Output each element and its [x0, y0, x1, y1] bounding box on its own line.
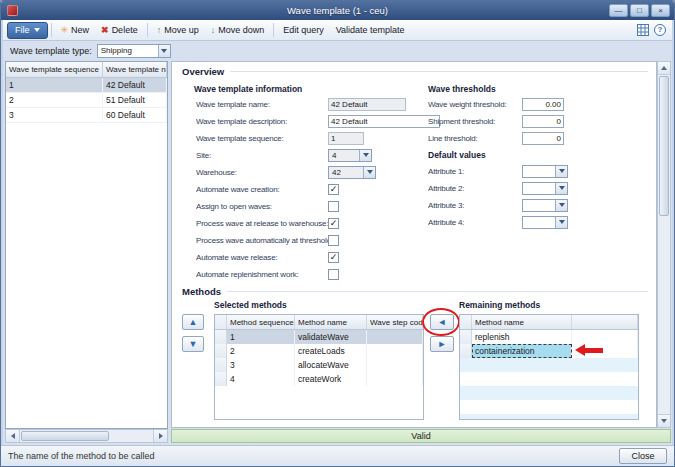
table-row[interactable]: 4 createWork — [215, 372, 423, 386]
table-row[interactable]: containerization — [460, 344, 638, 358]
grid-header-row: Method name — [460, 315, 638, 330]
column-header[interactable]: Method sequence — [227, 315, 295, 329]
scroll-up-icon[interactable] — [658, 62, 670, 75]
wave-weight-threshold-input[interactable]: 0.00 — [522, 98, 564, 111]
row-selector — [215, 344, 227, 358]
process-wave-at-release-checkbox[interactable]: ✓ — [328, 218, 339, 229]
automate-replenishment-work-checkbox[interactable] — [328, 269, 339, 280]
line-threshold-input[interactable]: 0 — [522, 132, 564, 145]
detail-panel: Overview Wave template information Wave … — [171, 61, 671, 443]
attribute-1-combo[interactable] — [522, 165, 568, 178]
chevron-down-icon[interactable] — [555, 200, 567, 211]
automate-wave-creation-checkbox[interactable]: ✓ — [328, 184, 339, 195]
chevron-down-icon[interactable] — [158, 45, 170, 57]
site-combo[interactable]: 4 — [328, 149, 372, 162]
remaining-methods-label: Remaining methods — [459, 300, 540, 310]
wave-template-window: Wave template (1 - ceu) — □ × File ✳ New… — [0, 0, 675, 467]
scroll-right-icon[interactable] — [153, 430, 167, 442]
grid-view-icon[interactable] — [637, 24, 649, 36]
field-label: Wave template description: — [196, 117, 328, 126]
scroll-down-icon[interactable] — [658, 414, 670, 427]
vertical-scrollbar[interactable] — [657, 61, 671, 428]
filter-row: Wave template type: Shipping — [3, 41, 672, 60]
close-window-button[interactable]: × — [651, 4, 670, 17]
wave-template-sequence-input[interactable]: 1 — [328, 132, 364, 145]
move-method-down-button[interactable]: ▼ — [182, 336, 204, 352]
move-up-button[interactable]: ↑ Move up — [151, 22, 205, 39]
chevron-down-icon[interactable] — [555, 166, 567, 177]
group-title: Default values — [428, 150, 486, 160]
automate-wave-release-checkbox[interactable]: ✓ — [328, 252, 339, 263]
arrow-down-icon: ↓ — [211, 25, 216, 35]
field-label: Wave weight threshold: — [428, 100, 522, 109]
move-down-button[interactable]: ↓ Move down — [205, 22, 271, 39]
attribute-4-combo[interactable] — [522, 216, 568, 229]
chevron-down-icon[interactable] — [363, 167, 375, 178]
attribute-3-value — [523, 200, 555, 211]
table-row[interactable]: 3 allocateWave — [215, 358, 423, 372]
field-label: Wave template name: — [196, 100, 328, 109]
column-header[interactable]: Wave template sequence — [6, 62, 103, 77]
validate-template-button[interactable]: Validate template — [330, 22, 411, 39]
scroll-left-icon[interactable] — [6, 430, 20, 442]
field-label: Attribute 1: — [428, 167, 522, 176]
wave-template-type-label: Wave template type: — [10, 46, 92, 56]
wave-template-type-select[interactable]: Shipping — [97, 44, 171, 58]
remaining-methods-grid[interactable]: Method name replenish containerization — [459, 314, 639, 420]
cell: allocateWave — [295, 358, 367, 372]
chevron-down-icon[interactable] — [359, 150, 371, 161]
column-header[interactable]: Wave step code — [367, 315, 423, 329]
field-label: Site: — [196, 151, 328, 160]
add-method-button[interactable]: ◄ — [430, 314, 454, 330]
table-row[interactable]: replenish — [460, 330, 638, 344]
scrollbar-thumb[interactable] — [659, 76, 669, 216]
selected-methods-grid[interactable]: Method sequence Method name Wave step co… — [214, 314, 424, 420]
help-icon[interactable]: ? — [654, 24, 666, 36]
minimize-button[interactable]: — — [609, 4, 628, 17]
warehouse-combo[interactable]: 42 — [328, 166, 376, 179]
wave-template-name-input[interactable]: 42 Default — [328, 98, 406, 111]
table-row[interactable]: 2 createLoads — [215, 344, 423, 358]
column-header[interactable]: Wave template na — [103, 62, 167, 77]
table-row[interactable]: 2 51 Default — [6, 93, 167, 108]
grid-header-row: Wave template sequence Wave template na — [6, 62, 167, 78]
empty-row — [460, 372, 638, 386]
close-button[interactable]: Close — [619, 448, 667, 464]
chevron-down-icon[interactable] — [555, 183, 567, 194]
move-method-up-button[interactable]: ▲ — [182, 314, 204, 330]
form-content: Overview Wave template information Wave … — [171, 61, 657, 428]
attribute-2-combo[interactable] — [522, 182, 568, 195]
maximize-button[interactable]: □ — [630, 4, 649, 17]
cell: 3 — [227, 358, 295, 372]
arrow-up-icon: ↑ — [157, 25, 162, 35]
remove-method-button[interactable]: ► — [430, 336, 454, 352]
toolbar-separator — [147, 23, 148, 37]
attribute-3-combo[interactable] — [522, 199, 568, 212]
cell: 4 — [227, 372, 295, 386]
overview-section-header[interactable]: Overview — [182, 66, 648, 77]
edit-query-button[interactable]: Edit query — [277, 22, 330, 39]
column-header[interactable]: Method name — [472, 315, 572, 329]
field-label: Line threshold: — [428, 134, 522, 143]
status-text: The name of the method to be called — [8, 451, 155, 461]
table-row[interactable]: 1 42 Default — [6, 78, 167, 93]
edit-query-label: Edit query — [283, 25, 324, 35]
table-row[interactable]: 3 60 Default — [6, 108, 167, 123]
scrollbar-thumb[interactable] — [21, 431, 109, 441]
table-row[interactable]: 1 validateWave — [215, 330, 423, 344]
assign-to-open-waves-checkbox[interactable] — [328, 201, 339, 212]
new-button[interactable]: ✳ New — [55, 22, 96, 39]
wave-templates-grid[interactable]: Wave template sequence Wave template na … — [5, 61, 168, 429]
methods-section-header[interactable]: Methods — [182, 286, 648, 297]
column-header[interactable]: Method name — [295, 315, 367, 329]
chevron-down-icon[interactable] — [555, 217, 567, 228]
new-star-icon: ✳ — [61, 25, 69, 35]
wave-template-description-input[interactable]: 42 Default — [328, 115, 440, 128]
group-title: Wave thresholds — [428, 84, 496, 94]
delete-button[interactable]: ✖ Delete — [95, 22, 144, 39]
process-wave-at-threshold-checkbox[interactable] — [328, 235, 339, 246]
file-menu-button[interactable]: File — [7, 22, 48, 39]
horizontal-scrollbar[interactable] — [5, 429, 168, 443]
shipment-threshold-input[interactable]: 0 — [522, 115, 564, 128]
cell — [367, 358, 423, 372]
